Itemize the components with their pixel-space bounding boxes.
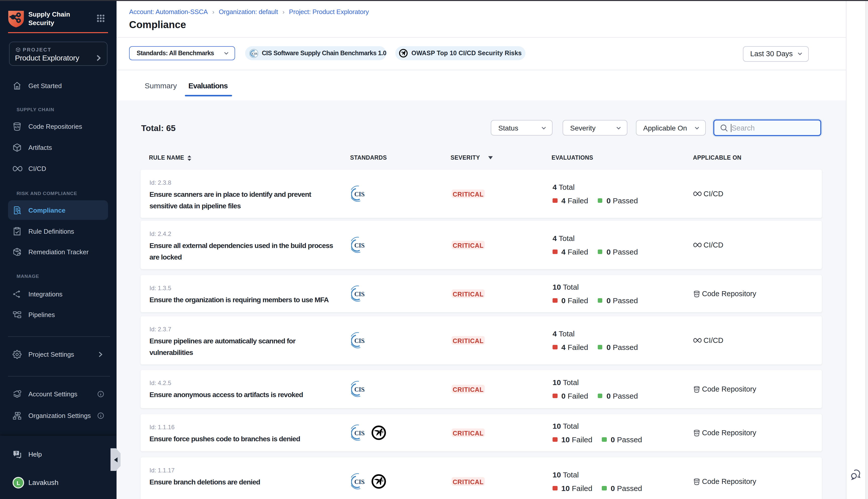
svg-text:?: ? [14,451,17,455]
svg-text:CIS: CIS [252,51,257,55]
svg-text:CIS: CIS [354,242,364,249]
svg-text:CIS: CIS [354,386,364,393]
svg-text:CIS: CIS [354,291,364,297]
svg-text:CIS: CIS [354,337,364,344]
svg-text:CIS: CIS [354,191,364,197]
svg-text:CIS: CIS [354,478,364,485]
svg-text:CIS: CIS [354,430,364,437]
